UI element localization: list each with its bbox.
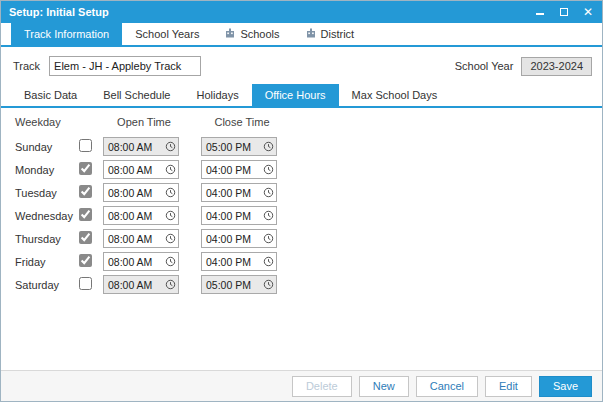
- close-time-input[interactable]: 04:00 PM: [201, 206, 277, 225]
- open-time-input[interactable]: 08:00 AM: [103, 160, 179, 179]
- weekday-label: Thursday: [15, 233, 79, 245]
- close-time-input[interactable]: 04:00 PM: [201, 183, 277, 202]
- restore-icon[interactable]: [558, 5, 570, 19]
- tab-district[interactable]: District: [293, 23, 368, 45]
- subtab-holidays[interactable]: Holidays: [183, 84, 251, 106]
- close-time-input[interactable]: 05:00 PM: [201, 137, 277, 156]
- table-row: Saturday 08:00 AM 05:00 PM: [1, 273, 602, 296]
- day-enabled-checkbox[interactable]: [79, 231, 92, 244]
- sub-tab-bar: Basic Data Bell Schedule Holidays Office…: [1, 84, 602, 108]
- track-input[interactable]: [49, 56, 201, 76]
- subtab-office-hours[interactable]: Office Hours: [252, 84, 339, 106]
- day-enabled-checkbox[interactable]: [79, 162, 92, 175]
- cancel-button[interactable]: Cancel: [416, 376, 478, 397]
- window-controls: ✕: [534, 5, 594, 19]
- school-year-label: School Year: [455, 60, 514, 72]
- district-icon: [306, 28, 316, 40]
- open-time-header: Open Time: [103, 108, 185, 135]
- close-time-input[interactable]: 04:00 PM: [201, 252, 277, 271]
- track-row: Track School Year 2023-2024: [1, 47, 602, 84]
- clock-icon[interactable]: [261, 187, 276, 198]
- open-time-input[interactable]: 08:00 AM: [103, 206, 179, 225]
- close-icon[interactable]: ✕: [582, 5, 594, 19]
- tab-school-years[interactable]: School Years: [122, 23, 212, 45]
- clock-icon[interactable]: [261, 141, 276, 152]
- clock-icon[interactable]: [261, 210, 276, 221]
- weekday-label: Monday: [15, 164, 79, 176]
- edit-button[interactable]: Edit: [485, 376, 532, 397]
- close-time-input[interactable]: 05:00 PM: [201, 275, 277, 294]
- weekday-label: Wednesday: [15, 210, 79, 222]
- minimize-icon[interactable]: [534, 5, 546, 19]
- weekday-label: Tuesday: [15, 187, 79, 199]
- clock-icon[interactable]: [163, 141, 178, 152]
- clock-icon[interactable]: [261, 256, 276, 267]
- schools-icon: [225, 28, 235, 40]
- weekday-header: Weekday: [15, 108, 79, 135]
- open-time-input[interactable]: 08:00 AM: [103, 137, 179, 156]
- main-tab-bar: Track Information School Years Schools D…: [1, 23, 602, 47]
- school-year-value: 2023-2024: [521, 57, 592, 76]
- open-time-input[interactable]: 08:00 AM: [103, 229, 179, 248]
- track-label: Track: [13, 60, 40, 72]
- clock-icon[interactable]: [261, 164, 276, 175]
- setup-dialog: Setup: Initial Setup ✕ Track Information…: [0, 0, 603, 402]
- day-enabled-checkbox[interactable]: [79, 185, 92, 198]
- table-row: Thursday 08:00 AM 04:00 PM: [1, 227, 602, 250]
- day-enabled-checkbox[interactable]: [79, 139, 92, 152]
- subtab-basic-data[interactable]: Basic Data: [11, 84, 90, 106]
- clock-icon[interactable]: [163, 256, 178, 267]
- clock-icon[interactable]: [163, 210, 178, 221]
- clock-icon[interactable]: [163, 233, 178, 244]
- delete-button[interactable]: Delete: [292, 376, 352, 397]
- office-hours-header: Weekday Open Time Close Time: [1, 108, 602, 135]
- footer-bar: Delete New Cancel Edit Save: [1, 370, 602, 401]
- close-time-input[interactable]: 04:00 PM: [201, 160, 277, 179]
- table-row: Sunday 08:00 AM 05:00 PM: [1, 135, 602, 158]
- open-time-input[interactable]: 08:00 AM: [103, 275, 179, 294]
- title-bar: Setup: Initial Setup ✕: [1, 1, 602, 23]
- open-time-input[interactable]: 08:00 AM: [103, 252, 179, 271]
- tab-schools[interactable]: Schools: [212, 23, 292, 45]
- subtab-max-school-days[interactable]: Max School Days: [339, 84, 451, 106]
- open-time-input[interactable]: 08:00 AM: [103, 183, 179, 202]
- save-button[interactable]: Save: [539, 376, 592, 397]
- table-row: Tuesday 08:00 AM 04:00 PM: [1, 181, 602, 204]
- table-row: Friday 08:00 AM 04:00 PM: [1, 250, 602, 273]
- close-time-header: Close Time: [201, 108, 283, 135]
- clock-icon[interactable]: [163, 279, 178, 290]
- weekday-label: Sunday: [15, 141, 79, 153]
- table-row: Monday 08:00 AM 04:00 PM: [1, 158, 602, 181]
- day-enabled-checkbox[interactable]: [79, 254, 92, 267]
- weekday-label: Saturday: [15, 279, 79, 291]
- new-button[interactable]: New: [359, 376, 409, 397]
- tab-track-information[interactable]: Track Information: [11, 23, 122, 45]
- table-row: Wednesday 08:00 AM 04:00 PM: [1, 204, 602, 227]
- clock-icon[interactable]: [163, 187, 178, 198]
- clock-icon[interactable]: [261, 233, 276, 244]
- day-enabled-checkbox[interactable]: [79, 277, 92, 290]
- window-title: Setup: Initial Setup: [9, 6, 534, 18]
- weekday-label: Friday: [15, 256, 79, 268]
- clock-icon[interactable]: [163, 164, 178, 175]
- close-time-input[interactable]: 04:00 PM: [201, 229, 277, 248]
- subtab-bell-schedule[interactable]: Bell Schedule: [90, 84, 183, 106]
- day-enabled-checkbox[interactable]: [79, 208, 92, 221]
- clock-icon[interactable]: [261, 279, 276, 290]
